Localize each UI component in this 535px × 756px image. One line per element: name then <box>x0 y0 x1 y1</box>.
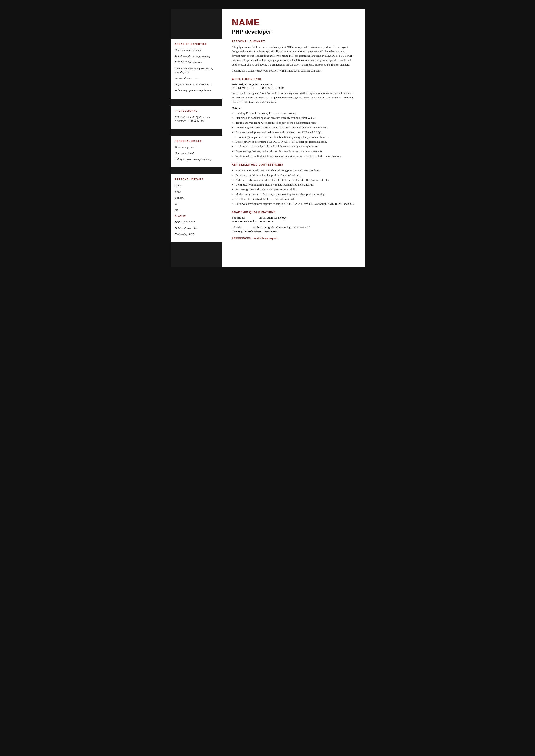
sidebar-gap-1 <box>171 101 222 106</box>
duty-10: Working with a multi-disciplinary team t… <box>236 154 355 158</box>
skill-2: Proactive, confident and with a positive… <box>236 173 355 177</box>
work-dates: June 2018 - Present <box>260 86 285 90</box>
references-text: – Available on request. <box>251 237 278 240</box>
duty-3: Testing and validating work produced as … <box>236 121 355 125</box>
academic-title: ACADEMIC QUALIFICATIONS <box>232 211 355 214</box>
expertise-item-3: PHP MVC Frameworks <box>175 60 218 64</box>
personal-skills-title: PERSONAL SKILLS <box>175 140 218 142</box>
key-skills-title: KEY SKILLS AND COMPETENCIES <box>232 163 355 166</box>
degree-row: BSc (Hons) Information Technology <box>232 216 355 219</box>
skill-item-3: Ability to grasp concepts quickly <box>175 157 218 161</box>
expertise-item-7: Software graphics manipulation <box>175 89 218 93</box>
key-skills-list: Ability to multi-task, react quickly to … <box>236 168 355 206</box>
expertise-item-1: Commercial experience <box>175 48 218 52</box>
sidebar-section-expertise: AREAS OF EXPERTISE Commercial experience… <box>171 39 222 99</box>
detail-driving: Driving license: Yes <box>175 226 218 230</box>
duty-7: Developing web sites using MySQL, PHP, A… <box>236 140 355 144</box>
references-label: REFERENCES <box>232 237 251 240</box>
skill-1: Ability to multi-task, react quickly to … <box>236 168 355 173</box>
skill-8: Solid web development experience using O… <box>236 202 355 206</box>
work-company: Web Design Company – Coventry <box>232 83 355 86</box>
duty-2: Planning and conducting cross-browser us… <box>236 116 355 120</box>
expertise-item-2: Web developing / programming <box>175 54 218 58</box>
sidebar-gap-3 <box>171 170 222 174</box>
alevel-college-row: Coventry Central College 2013 - 2015 <box>232 230 355 233</box>
duties-list: Building PHP websites using PHP based fr… <box>236 111 355 158</box>
degree-dates: 2015 - 2018 <box>260 220 273 223</box>
sidebar-section-personal-skills: PERSONAL SKILLS Time management Goals or… <box>171 136 222 168</box>
skill-5: Possessing all-round analysis and progra… <box>236 187 355 192</box>
sidebar-section-personal-details: PERSONAL DETAILS Name Road Country T: 0 … <box>171 174 222 242</box>
personal-details-title: PERSONAL DETAILS <box>175 178 218 180</box>
detail-mobile: M: 0 <box>175 208 218 212</box>
duty-9: Documenting features, technical specific… <box>236 149 355 153</box>
skill-6: Methodical yet creative & having a prove… <box>236 192 355 196</box>
personal-summary-title: PERSONAL SUMMARY <box>232 40 355 43</box>
duty-5: Back end development and maintenance of … <box>236 130 355 134</box>
detail-dob: DOB: 12/09/1995 <box>175 220 218 224</box>
detail-email: E: EMAIL <box>175 214 218 218</box>
alevel-row: A levels: Maths (A) English (B) Technolo… <box>232 226 355 229</box>
professional-item-1: ICT Professional - Systems and Principle… <box>175 115 218 123</box>
degree-subject: Information Technology <box>259 216 287 219</box>
skill-7: Excellent attention to detail both front… <box>236 197 355 201</box>
duty-6: Developing compatible User Interface fun… <box>236 135 355 139</box>
personal-summary-p1: A highly resourceful, innovative, and co… <box>232 45 355 67</box>
expertise-item-4: CMS implementation (WordPress, Joomla, e… <box>175 67 218 74</box>
sidebar-gap-2 <box>171 131 222 136</box>
detail-road: Road <box>175 190 218 194</box>
degree-label: BSc (Hons) <box>232 216 256 219</box>
alevel-college: Coventry Central College <box>232 230 261 233</box>
skill-item-2: Goals orientated <box>175 151 218 155</box>
main-content: NAME PHP developer PERSONAL SUMMARY A hi… <box>222 9 365 267</box>
work-experience-title: WORK EXPERIENCE <box>232 78 355 81</box>
duty-1: Building PHP websites using PHP based fr… <box>236 111 355 115</box>
sidebar: AREAS OF EXPERTISE Commercial experience… <box>171 9 222 267</box>
expertise-item-6: Object Orientated Programming <box>175 83 218 86</box>
alevel-dates: 2013 - 2015 <box>265 230 278 233</box>
detail-nationality: Nationality: USA <box>175 232 218 236</box>
duties-label: Duties: <box>232 106 355 110</box>
detail-tel: T: 0 <box>175 202 218 206</box>
personal-summary-p2: Looking for a suitable developer positio… <box>232 68 355 73</box>
expertise-title: AREAS OF EXPERTISE <box>175 43 218 45</box>
detail-country: Country <box>175 196 218 200</box>
work-role-line: PHP DEVELOPER June 2018 - Present <box>232 86 355 90</box>
skill-4: Continuously monitoring industry trends,… <box>236 182 355 187</box>
duty-4: Developing advanced database driven webs… <box>236 125 355 130</box>
degree-university: Nuneaton University <box>232 220 256 223</box>
detail-name: Name <box>175 184 218 187</box>
sidebar-section-professional: PROFESSIONAL ICT Professional - Systems … <box>171 106 222 129</box>
duty-8: Working in a data analyst role and with … <box>236 145 355 149</box>
work-role: PHP DEVELOPER <box>232 86 256 90</box>
alevel-subjects: Maths (A) English (B) Technology (B) Sci… <box>253 226 310 229</box>
professional-title: PROFESSIONAL <box>175 109 218 112</box>
skill-3: Able to clearly communicate technical da… <box>236 178 355 182</box>
skill-item-1: Time management <box>175 145 218 149</box>
cv-name: NAME <box>232 17 355 28</box>
degree-uni-row: Nuneaton University 2015 - 2018 <box>232 220 355 223</box>
alevel-label: A levels: <box>232 226 249 229</box>
expertise-item-5: Server administration <box>175 76 218 80</box>
work-description: Working with designers, Front End and pr… <box>232 91 355 104</box>
sidebar-top-spacer <box>171 9 222 39</box>
cv-job-title: PHP developer <box>232 28 355 35</box>
sidebar-bottom-gap <box>171 245 222 267</box>
cv-page: AREAS OF EXPERTISE Commercial experience… <box>171 9 365 267</box>
references-line: REFERENCES – Available on request. <box>232 237 355 240</box>
